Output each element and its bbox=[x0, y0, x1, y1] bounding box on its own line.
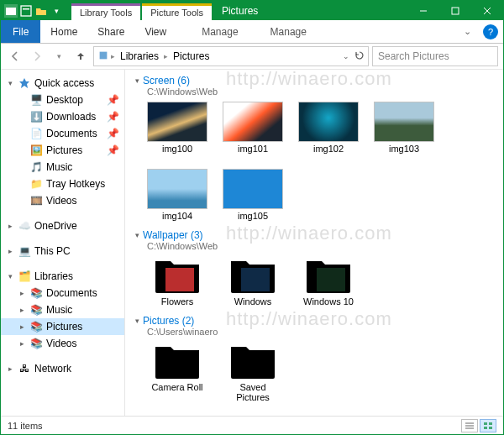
qat-properties-icon[interactable] bbox=[19, 4, 33, 18]
libraries-node[interactable]: ▾🗂️Libraries bbox=[1, 268, 124, 285]
qat-dropdown-icon[interactable]: ▾ bbox=[50, 4, 63, 18]
chevron-right-icon[interactable]: ▸ bbox=[164, 52, 168, 60]
sidebar-library-pictures[interactable]: ▸📚Pictures bbox=[1, 318, 124, 335]
image-thumbnail[interactable]: img101 bbox=[223, 102, 283, 154]
quick-access-node[interactable]: ▾ Quick access bbox=[1, 75, 124, 92]
onedrive-icon: ☁️ bbox=[18, 219, 31, 233]
image-thumbnail[interactable]: img104 bbox=[147, 169, 207, 221]
folder-icon bbox=[154, 256, 201, 295]
svg-rect-7 bbox=[165, 268, 194, 291]
view-large-icons-button[interactable] bbox=[480, 419, 496, 432]
pin-icon: 📌 bbox=[107, 94, 124, 106]
window-control-buttons bbox=[407, 1, 503, 20]
ribbon-tab-share[interactable]: Share bbox=[87, 20, 134, 43]
navigation-pane[interactable]: ▾ Quick access 🖥️Desktop📌 ⬇️Downloads📌 📄… bbox=[1, 70, 125, 416]
pin-icon: 📌 bbox=[107, 144, 124, 156]
window-title: Pictures bbox=[213, 1, 407, 20]
sidebar-item-desktop[interactable]: 🖥️Desktop📌 bbox=[1, 92, 124, 108]
sidebar-library-music[interactable]: ▸📚Music bbox=[1, 301, 124, 318]
onedrive-node[interactable]: ▸☁️OneDrive bbox=[1, 218, 124, 234]
folder-thumbnail[interactable]: Saved Pictures bbox=[223, 342, 283, 402]
network-node[interactable]: ▸🖧Network bbox=[1, 360, 124, 377]
ribbon-tab-manage-library[interactable]: Manage bbox=[192, 20, 248, 43]
ribbon-tab-manage-picture[interactable]: Manage bbox=[260, 20, 317, 43]
image-thumbnail[interactable]: img100 bbox=[147, 102, 207, 154]
downloads-icon: ⬇️ bbox=[29, 110, 43, 123]
this-pc-icon: 💻 bbox=[18, 244, 31, 258]
status-bar: 11 items bbox=[1, 416, 503, 434]
sidebar-library-documents[interactable]: ▸📚Documents bbox=[1, 285, 124, 301]
sidebar-item-pictures[interactable]: 🖼️Pictures📌 bbox=[1, 142, 124, 159]
chevron-down-icon[interactable]: ▾ bbox=[135, 76, 139, 85]
svg-marker-6 bbox=[19, 78, 29, 88]
context-tab-library-tools[interactable]: Library Tools bbox=[71, 3, 140, 20]
sidebar-item-music[interactable]: 🎵Music bbox=[1, 159, 124, 176]
desktop-icon: 🖥️ bbox=[29, 93, 43, 107]
breadcrumb-pictures[interactable]: Pictures bbox=[170, 50, 213, 62]
sidebar-item-videos[interactable]: 🎞️Videos bbox=[1, 192, 124, 209]
image-thumbnail[interactable]: img103 bbox=[374, 102, 434, 154]
folder-thumbnail[interactable]: Windows 10 bbox=[298, 256, 359, 307]
nav-recent-dropdown-icon[interactable]: ▾ bbox=[50, 47, 68, 66]
qat-new-folder-icon[interactable] bbox=[34, 4, 48, 18]
nav-up-button[interactable] bbox=[71, 47, 90, 66]
ribbon-expand-icon[interactable]: ⌄ bbox=[457, 26, 478, 37]
music-icon: 🎵 bbox=[29, 160, 43, 174]
svg-rect-12 bbox=[484, 427, 487, 429]
nav-back-button[interactable] bbox=[6, 47, 24, 66]
image-thumbnail[interactable]: img105 bbox=[223, 169, 283, 221]
sidebar-library-videos[interactable]: ▸📚Videos bbox=[1, 335, 124, 352]
pictures-icon: 🖼️ bbox=[29, 144, 43, 157]
refresh-icon[interactable] bbox=[354, 50, 365, 63]
sidebar-item-tray-hotkeys[interactable]: 📁Tray Hotkeys bbox=[1, 176, 124, 192]
app-icon bbox=[4, 4, 18, 18]
address-bar[interactable]: ▸ Libraries ▸ Pictures ⌄ bbox=[93, 46, 369, 66]
ribbon-tabs: File Home Share View Manage Manage ⌄ ? bbox=[1, 20, 503, 44]
thumbnail-label: img102 bbox=[313, 144, 344, 154]
context-tab-picture-tools[interactable]: Picture Tools bbox=[142, 3, 212, 20]
group-path: C:\Windows\Web bbox=[135, 86, 503, 97]
quick-access-toolbar: ▾ bbox=[1, 1, 66, 20]
folder-thumbnail[interactable]: Windows bbox=[223, 256, 283, 307]
svg-rect-9 bbox=[317, 268, 345, 291]
music-library-icon: 📚 bbox=[29, 303, 43, 317]
folder-thumbnail[interactable]: Camera Roll bbox=[147, 342, 207, 402]
pictures-library-icon: 📚 bbox=[29, 320, 43, 333]
file-tab[interactable]: File bbox=[1, 20, 40, 43]
status-item-count: 11 items bbox=[8, 421, 43, 431]
help-icon[interactable]: ? bbox=[483, 24, 498, 39]
file-explorer-window: ▾ Library Tools Picture Tools Pictures F… bbox=[0, 0, 504, 435]
thumbnail-image bbox=[298, 102, 359, 142]
group-header[interactable]: ▾Wallpaper (3)C:\Windows\Web bbox=[125, 224, 503, 251]
ribbon-tab-view[interactable]: View bbox=[134, 20, 176, 43]
sidebar-item-downloads[interactable]: ⬇️Downloads📌 bbox=[1, 108, 124, 125]
view-details-button[interactable] bbox=[461, 419, 478, 432]
nav-forward-button[interactable] bbox=[28, 47, 46, 66]
search-box[interactable]: Search Pictures bbox=[372, 46, 498, 66]
image-thumbnail[interactable]: img102 bbox=[298, 102, 359, 154]
folder-thumbnail[interactable]: Flowers bbox=[147, 256, 207, 307]
content-pane[interactable]: ▾Screen (6)C:\Windows\Webhttp://winaero.… bbox=[125, 70, 503, 416]
pin-icon: 📌 bbox=[107, 128, 124, 139]
minimize-button[interactable] bbox=[407, 1, 439, 20]
folder-icon bbox=[229, 342, 276, 380]
svg-rect-1 bbox=[6, 8, 16, 15]
chevron-down-icon[interactable]: ▾ bbox=[135, 231, 139, 239]
this-pc-node[interactable]: ▸💻This PC bbox=[1, 243, 124, 259]
thumbnail-label: Windows 10 bbox=[303, 296, 354, 307]
group-title: Wallpaper (3) bbox=[143, 229, 203, 241]
sidebar-item-documents[interactable]: 📄Documents📌 bbox=[1, 125, 124, 142]
group-header[interactable]: ▾Pictures (2)C:\Users\winaero bbox=[125, 310, 503, 337]
maximize-button[interactable] bbox=[439, 1, 471, 20]
breadcrumb-libraries[interactable]: Libraries bbox=[117, 50, 162, 62]
documents-icon: 📄 bbox=[29, 127, 43, 140]
pin-icon: 📌 bbox=[107, 111, 124, 123]
chevron-down-icon[interactable]: ▾ bbox=[135, 317, 139, 325]
chevron-right-icon[interactable]: ▸ bbox=[111, 52, 115, 60]
ribbon-tab-home[interactable]: Home bbox=[40, 20, 87, 43]
address-dropdown-icon[interactable]: ⌄ bbox=[343, 52, 349, 60]
thumbnail-row: Camera RollSaved Pictures bbox=[125, 337, 503, 406]
close-button[interactable] bbox=[471, 1, 503, 20]
location-icon bbox=[97, 50, 109, 64]
group-header[interactable]: ▾Screen (6)C:\Windows\Web bbox=[125, 70, 503, 97]
